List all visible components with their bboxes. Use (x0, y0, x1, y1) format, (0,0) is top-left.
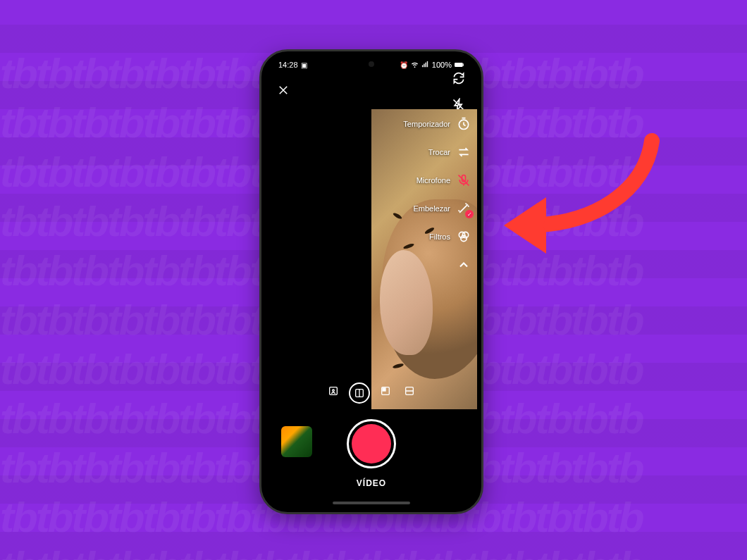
close-button[interactable] (277, 84, 290, 100)
notification-icon: ▣ (301, 61, 307, 69)
svg-rect-1 (463, 63, 464, 66)
gallery-button[interactable] (281, 426, 312, 457)
battery-icon (455, 61, 464, 69)
tool-timer-label: Temporizador (403, 120, 450, 128)
tool-swap-label: Trocar (428, 148, 450, 156)
mode-label-video[interactable]: VÍDEO (357, 478, 386, 488)
phone-screen: 14:28 ▣ ⏰ 100% (266, 56, 477, 508)
tool-filters[interactable]: Filtros (429, 229, 471, 244)
svg-point-6 (461, 235, 467, 241)
camera-notch (369, 61, 374, 67)
timer-icon (456, 116, 471, 132)
microphone-off-icon (456, 173, 471, 188)
phone-frame: 14:28 ▣ ⏰ 100% (259, 49, 483, 514)
layout-split-vertical[interactable] (349, 382, 370, 404)
tool-beautify-label: Embelezar (413, 204, 450, 213)
side-tools: Temporizador Trocar Microfone (403, 116, 471, 273)
beautify-active-badge: ✓ (465, 210, 474, 218)
wifi-icon (411, 61, 419, 70)
layout-bar (325, 382, 418, 409)
layout-greenscreen[interactable] (325, 382, 342, 399)
chevron-up-icon (456, 257, 471, 273)
flip-camera-icon[interactable] (452, 71, 466, 85)
tool-microphone-label: Microfone (416, 176, 450, 185)
svg-rect-0 (455, 63, 463, 67)
top-bar (266, 74, 477, 109)
tool-microphone[interactable]: Microfone (416, 173, 471, 188)
beautify-icon: ✓ (456, 201, 471, 216)
alarm-icon: ⏰ (400, 61, 408, 69)
camera-viewport: Temporizador Trocar Microfone (266, 109, 477, 409)
svg-rect-11 (383, 388, 385, 391)
bottom-controls: VÍDEO (266, 409, 477, 508)
tool-swap[interactable]: Trocar (428, 144, 471, 160)
battery-text: 100% (432, 61, 452, 69)
tool-beautify[interactable]: Embelezar ✓ (413, 201, 471, 216)
record-button-inner (352, 424, 391, 463)
record-button[interactable] (347, 419, 396, 468)
layout-split-horizontal[interactable] (401, 382, 418, 399)
tool-collapse[interactable] (456, 257, 471, 273)
layout-pip[interactable] (377, 382, 394, 399)
signal-icon (421, 61, 429, 70)
filters-icon (456, 229, 471, 244)
tool-filters-label: Filtros (429, 232, 450, 241)
swap-icon (456, 144, 471, 160)
status-time: 14:28 (278, 61, 298, 69)
home-indicator[interactable] (333, 502, 410, 504)
viewport-left-pane (266, 109, 371, 409)
svg-point-8 (333, 390, 335, 392)
tool-timer[interactable]: Temporizador (403, 116, 471, 132)
